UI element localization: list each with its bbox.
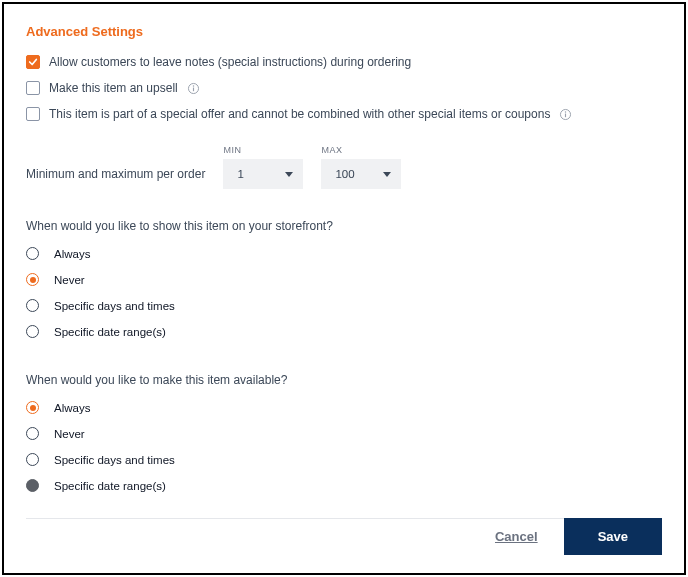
show-option-radio[interactable] [26,299,39,312]
avail-option-row: Never [26,427,662,440]
avail-option-radio[interactable] [26,427,39,440]
svg-rect-2 [193,87,194,91]
min-select[interactable]: 1 [223,159,303,189]
show-option-row: Specific date range(s) [26,325,662,338]
avail-option-row: Specific days and times [26,453,662,466]
checkbox-notes-label: Allow customers to leave notes (special … [49,55,411,69]
max-caption: MAX [321,145,401,155]
max-select[interactable]: 100 [321,159,401,189]
avail-option-label: Never [54,428,85,440]
save-button[interactable]: Save [564,518,662,555]
avail-option-label: Specific date range(s) [54,480,166,492]
show-option-row: Specific days and times [26,299,662,312]
show-option-radio[interactable] [26,325,39,338]
show-option-row: Never [26,273,662,286]
svg-point-1 [193,85,194,86]
svg-rect-5 [565,113,566,117]
checkbox-row-notes: Allow customers to leave notes (special … [26,55,662,69]
panel-title: Advanced Settings [26,24,662,39]
avail-option-label: Specific days and times [54,454,175,466]
avail-option-radio[interactable] [26,479,39,492]
avail-question: When would you like to make this item av… [26,373,662,387]
max-value: 100 [335,168,354,180]
checkbox-row-special: This item is part of a special offer and… [26,107,662,121]
show-options-group: AlwaysNeverSpecific days and timesSpecif… [26,247,662,338]
checkbox-upsell[interactable] [26,81,40,95]
show-option-radio[interactable] [26,247,39,260]
checkbox-special[interactable] [26,107,40,121]
avail-option-label: Always [54,402,90,414]
footer-actions: Cancel Save [495,518,662,555]
advanced-settings-panel: Advanced Settings Allow customers to lea… [2,2,686,575]
info-icon[interactable] [187,82,200,95]
show-question: When would you like to show this item on… [26,219,662,233]
minmax-row: Minimum and maximum per order MIN 1 MAX … [26,145,662,189]
chevron-down-icon [285,172,293,177]
checkbox-special-label: This item is part of a special offer and… [49,107,550,121]
avail-option-row: Specific date range(s) [26,479,662,492]
min-value: 1 [237,168,243,180]
avail-option-radio[interactable] [26,401,39,414]
show-option-label: Specific date range(s) [54,326,166,338]
avail-option-radio[interactable] [26,453,39,466]
checkbox-row-upsell: Make this item an upsell [26,81,662,95]
checkbox-notes[interactable] [26,55,40,69]
min-caption: MIN [223,145,303,155]
avail-option-row: Always [26,401,662,414]
checkbox-upsell-label: Make this item an upsell [49,81,178,95]
show-option-radio[interactable] [26,273,39,286]
show-option-row: Always [26,247,662,260]
cancel-button[interactable]: Cancel [495,529,538,544]
avail-options-group: AlwaysNeverSpecific days and timesSpecif… [26,401,662,492]
show-option-label: Always [54,248,90,260]
info-icon[interactable] [559,108,572,121]
chevron-down-icon [383,172,391,177]
minmax-label: Minimum and maximum per order [26,167,205,189]
show-option-label: Specific days and times [54,300,175,312]
show-option-label: Never [54,274,85,286]
svg-point-4 [565,111,566,112]
